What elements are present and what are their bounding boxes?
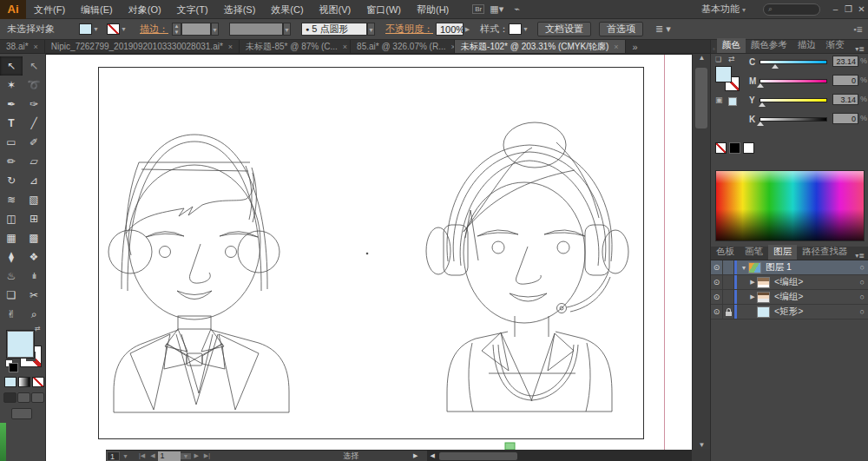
- chevron-right-icon[interactable]: ▶: [748, 293, 757, 300]
- scroll-down-icon[interactable]: ▼: [693, 441, 711, 449]
- layer-row[interactable]: ⊙ ▶ <编组> ○: [711, 290, 868, 305]
- restore-button[interactable]: ❐: [842, 4, 855, 14]
- cyan-value-field[interactable]: 23.14: [832, 56, 858, 67]
- target-circle-icon[interactable]: ○: [860, 293, 865, 301]
- menu-file[interactable]: 文件(F): [26, 0, 73, 19]
- magic-wand-tool[interactable]: ✶: [0, 76, 23, 95]
- stroke-link[interactable]: 描边：: [140, 23, 168, 36]
- doc-tab[interactable]: 38.ai*×: [0, 40, 45, 53]
- doc-tab[interactable]: 未标题-85* @ 87% (C...×: [240, 40, 351, 53]
- doc-tab-active[interactable]: 未标题-102* @ 203.31% (CMYK/轮廓)×: [455, 40, 625, 53]
- default-fill-stroke-icon[interactable]: [5, 359, 13, 367]
- lock-cell[interactable]: [723, 260, 734, 274]
- align-icon[interactable]: ≣ ▾: [650, 23, 676, 35]
- doc-tab[interactable]: 85.ai* @ 326.07% (R...×: [351, 40, 455, 53]
- fill-proxy-swatch[interactable]: [715, 66, 732, 82]
- menu-window[interactable]: 窗口(W): [358, 0, 409, 19]
- target-circle-icon[interactable]: ○: [860, 263, 865, 272]
- stroke-weight-value[interactable]: [181, 23, 211, 36]
- paintbrush-tool[interactable]: ✐: [23, 133, 45, 152]
- style-swatch[interactable]: [509, 23, 522, 35]
- minimize-button[interactable]: –: [829, 4, 842, 14]
- lasso-tool[interactable]: ➰: [23, 76, 45, 95]
- artboard-tool[interactable]: ❏: [0, 286, 23, 305]
- shape-builder-tool[interactable]: ◫: [0, 209, 23, 228]
- chevron-down-icon[interactable]: ▼: [120, 453, 131, 459]
- layer-name[interactable]: <编组>: [774, 276, 803, 288]
- black-value-field[interactable]: 0: [832, 113, 858, 124]
- yellow-value-field[interactable]: 3.14: [832, 94, 858, 105]
- menu-view[interactable]: 视图(V): [312, 0, 359, 19]
- none-mode-button[interactable]: [32, 377, 44, 387]
- slider-handle[interactable]: [757, 122, 764, 126]
- perspective-grid-tool[interactable]: ⊞: [23, 209, 45, 228]
- lock-cell[interactable]: [723, 275, 734, 289]
- panel-menu-icon[interactable]: ▾≣: [855, 45, 868, 53]
- close-icon[interactable]: ×: [614, 43, 618, 51]
- pencil-tool[interactable]: ✏: [0, 152, 23, 171]
- chevron-down-icon[interactable]: ▼: [367, 23, 375, 36]
- yellow-slider-track[interactable]: [760, 98, 827, 102]
- curvature-pen-tool[interactable]: ✑: [23, 95, 45, 114]
- tab-color[interactable]: 颜色: [717, 38, 746, 53]
- workspace-switcher[interactable]: 基本功能 ▾: [696, 3, 751, 16]
- chevron-down-icon[interactable]: ▼: [283, 23, 291, 36]
- first-artboard-icon[interactable]: |◀: [136, 452, 148, 459]
- zoom-level[interactable]: 1: [107, 451, 120, 461]
- panel-menu-icon[interactable]: ▪≣: [853, 25, 863, 34]
- direct-selection-tool[interactable]: ↖: [23, 56, 45, 76]
- hand-tool[interactable]: ✌: [0, 305, 23, 324]
- menu-select[interactable]: 选择(S): [216, 0, 264, 19]
- visibility-eye-icon[interactable]: ⊙: [711, 275, 723, 289]
- color-mode-button[interactable]: [4, 377, 16, 387]
- opacity-link[interactable]: 不透明度：: [385, 23, 433, 36]
- lock-cell[interactable]: [723, 290, 734, 304]
- menu-effect[interactable]: 效果(C): [263, 0, 311, 19]
- document-setup-button[interactable]: 文档设置: [537, 22, 591, 36]
- menu-help[interactable]: 帮助(H): [409, 0, 457, 19]
- slice-tool[interactable]: ✂: [23, 286, 45, 305]
- arrange-documents-icon[interactable]: ▦▾: [484, 3, 509, 15]
- width-tool[interactable]: ≋: [0, 190, 23, 209]
- last-artboard-icon[interactable]: ▶|: [201, 452, 213, 459]
- stroke-weight-stepper[interactable]: ▲▼: [172, 23, 181, 36]
- eraser-tool[interactable]: ▱: [23, 152, 45, 171]
- chevron-right-icon[interactable]: ▶: [411, 452, 420, 459]
- target-circle-icon[interactable]: ○: [860, 278, 865, 286]
- gradient-mode-button[interactable]: [18, 377, 30, 387]
- chevron-right-icon[interactable]: ▶: [464, 26, 471, 33]
- artboard-number-field[interactable]: 1: [158, 451, 181, 461]
- blend-tool[interactable]: ❖: [23, 247, 45, 267]
- rectangle-tool[interactable]: ▭: [0, 133, 23, 152]
- tab-gradient[interactable]: 渐变: [821, 38, 850, 53]
- bridge-icon[interactable]: Br: [472, 4, 484, 14]
- scrollbar-thumb[interactable]: [695, 68, 707, 128]
- close-icon[interactable]: ×: [343, 43, 347, 51]
- fill-color-swatch[interactable]: [79, 23, 92, 35]
- draw-behind-button[interactable]: [17, 392, 30, 403]
- canvas[interactable]: [46, 54, 692, 461]
- panel-menu-icon[interactable]: ▾≣: [855, 252, 868, 260]
- chevron-down-icon[interactable]: ▼: [522, 26, 529, 32]
- chevron-right-icon[interactable]: ▶: [748, 279, 757, 286]
- next-artboard-icon[interactable]: ▶: [191, 452, 201, 459]
- white-swatch[interactable]: [743, 142, 754, 154]
- menu-type[interactable]: 文字(T): [169, 0, 216, 19]
- tab-color-guide[interactable]: 颜色参考: [746, 38, 792, 53]
- tab-layers[interactable]: 图层: [768, 245, 797, 260]
- column-graph-tool[interactable]: ılı: [23, 267, 45, 286]
- screen-mode-button[interactable]: [11, 408, 32, 419]
- scroll-left-icon[interactable]: ◀: [427, 452, 437, 459]
- line-segment-tool[interactable]: ╱: [23, 114, 45, 133]
- target-circle-icon[interactable]: ○: [860, 307, 865, 316]
- menu-object[interactable]: 对象(O): [121, 0, 169, 19]
- tab-stroke[interactable]: 描边: [792, 38, 821, 53]
- eyedropper-tool[interactable]: ⧫: [0, 247, 23, 267]
- lock-icon[interactable]: [723, 305, 734, 319]
- preferences-button[interactable]: 首选项: [599, 22, 643, 36]
- doc-tab[interactable]: Nipic_7262799_20190920103330028031.ai*×: [45, 40, 240, 53]
- magenta-slider-track[interactable]: [760, 79, 827, 83]
- chevron-down-icon[interactable]: ▼: [740, 265, 748, 271]
- draw-normal-button[interactable]: [3, 392, 16, 403]
- swap-fill-stroke-icon[interactable]: ⇄: [35, 325, 41, 333]
